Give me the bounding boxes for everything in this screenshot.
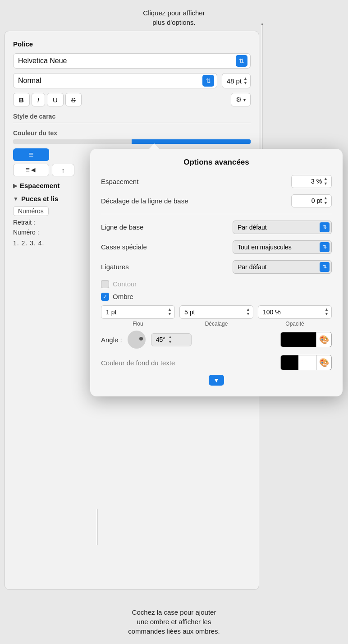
flou-label: Flou	[133, 321, 143, 327]
modal-decalage-row: Décalage de la ligne de base 0 pt ▲ ▼	[101, 194, 332, 207]
espacement-label: Espacement	[20, 182, 60, 189]
numeros-select[interactable]: Numéros	[13, 206, 49, 216]
decalage2-up-btn[interactable]: ▲	[246, 308, 250, 312]
espacement-chevron-icon: ▶	[13, 183, 17, 189]
modal-decalage-label: Décalage de la ligne de base	[101, 197, 188, 205]
style-label: Normal	[18, 77, 41, 85]
casse-value-text: Tout en majuscules	[238, 244, 292, 251]
casse-arrow-icon: ⇅	[320, 242, 330, 252]
opacite-value-box[interactable]: 100 % ▲ ▼	[258, 305, 332, 319]
align-up-btn[interactable]: ↑	[52, 164, 74, 176]
shadow-color-swatch: 🎨	[280, 332, 332, 347]
opacite-value-text: 100 %	[263, 308, 281, 316]
modal-casse-select[interactable]: Tout en majuscules ⇅	[233, 240, 332, 254]
char-style-label: Style de carac	[13, 113, 251, 120]
modal-casse-row: Casse spéciale Tout en majuscules ⇅	[101, 240, 332, 254]
scroll-down-button[interactable]: ▼	[209, 375, 224, 386]
decalage-down-btn[interactable]: ▼	[324, 201, 328, 206]
color-wheel-button[interactable]: 🎨	[316, 332, 332, 347]
modal-ligatures-label: Ligatures	[101, 263, 129, 271]
modal-ligne-label: Ligne de base	[101, 223, 143, 231]
decalage2-value-box[interactable]: 5 pt ▲ ▼	[179, 305, 253, 319]
decalage2-value-text: 5 pt	[184, 308, 195, 316]
flou-up-btn[interactable]: ▲	[168, 308, 172, 312]
callout-bottom: Cochez la case pour ajouter une ombre et…	[0, 599, 348, 644]
flou-cell: 1 pt ▲ ▼ Flou	[101, 305, 175, 327]
strikethrough-button[interactable]: S	[65, 93, 82, 106]
modal-ligne-row: Ligne de base Par défaut ⇅	[101, 221, 332, 234]
decalage2-label: Décalage	[205, 321, 228, 327]
bg-color-swatch[interactable]	[280, 355, 316, 370]
font-stepper-btn[interactable]: ⇅	[236, 55, 247, 67]
bold-button[interactable]: B	[13, 93, 30, 106]
bg-color-row: Couleur de fond du texte 🎨	[101, 355, 332, 370]
angle-value-box[interactable]: 45° ▲ ▼	[151, 333, 192, 346]
ligne-value-text: Par défaut	[238, 224, 267, 231]
ombre-label: Ombre	[113, 293, 133, 300]
modal-title: Options avancées	[101, 158, 332, 167]
puces-label: Puces et lis	[21, 195, 59, 202]
char-style-divider	[13, 123, 251, 123]
bg-color-swatch-group: 🎨	[280, 355, 332, 370]
contour-checkbox[interactable]	[101, 280, 109, 288]
opacite-cell: 100 % ▲ ▼ Opacité	[258, 305, 332, 327]
callout-line-top	[262, 23, 262, 150]
decalage-up-btn[interactable]: ▲	[324, 196, 328, 201]
modal-ligatures-row: Ligatures Par défaut ⇅	[101, 260, 332, 274]
bg-color-label: Couleur de fond du texte	[101, 359, 175, 367]
align-active-btn[interactable]: ≡	[13, 148, 49, 161]
modal-ligatures-select[interactable]: Par défaut ⇅	[233, 260, 332, 274]
modal-popup: Options avancées Espacement 3 % ▲ ▼ Déca…	[90, 149, 343, 396]
retrait-label: Retrait :	[13, 219, 35, 226]
angle-down-btn[interactable]: ▼	[168, 340, 172, 345]
callout-line-bottom	[97, 509, 97, 545]
font-selector[interactable]: Helvetica Neue ⇅	[13, 53, 251, 69]
italic-button[interactable]: I	[32, 93, 45, 106]
ligatures-arrow-icon: ⇅	[320, 262, 330, 272]
flou-value-text: 1 pt	[106, 308, 116, 316]
modal-divider-1	[101, 214, 332, 214]
angle-up-btn[interactable]: ▲	[168, 335, 172, 340]
numero-label: Numéro :	[13, 229, 39, 236]
espacement-up-btn[interactable]: ▲	[324, 177, 328, 181]
contour-label: Contour	[113, 280, 137, 288]
modal-ligne-select[interactable]: Par défaut ⇅	[233, 221, 332, 234]
ligatures-value-text: Par défaut	[238, 263, 267, 271]
modal-espacement-value[interactable]: 3 % ▲ ▼	[291, 175, 332, 188]
angle-value-text: 45°	[156, 336, 165, 343]
espacement-value-text: 3 %	[311, 178, 322, 185]
bg-color-wheel-button[interactable]: 🎨	[316, 355, 332, 370]
style-size-row: Normal ⇅ 48 pt ▲ ▼	[13, 73, 251, 88]
ombre-row: ✓ Ombre	[101, 293, 332, 301]
font-name-label: Helvetica Neue	[18, 57, 67, 65]
shadow-controls: 1 pt ▲ ▼ Flou 5 pt ▲ ▼ Décalage 100 %	[101, 305, 332, 327]
angle-label: Angle :	[101, 336, 122, 344]
angle-dial[interactable]	[128, 331, 146, 349]
shadow-black-swatch[interactable]	[280, 332, 316, 347]
size-down-btn[interactable]: ▼	[243, 81, 247, 85]
gear-icon: ⚙	[236, 96, 242, 104]
decalage2-down-btn[interactable]: ▼	[246, 312, 250, 317]
decalage2-cell: 5 pt ▲ ▼ Décalage	[179, 305, 253, 327]
opacite-down-btn[interactable]: ▼	[325, 312, 329, 317]
size-box[interactable]: 48 pt ▲ ▼	[222, 73, 251, 88]
ombre-checkbox[interactable]: ✓	[101, 293, 109, 301]
size-up-btn[interactable]: ▲	[243, 77, 247, 81]
style-stepper-btn[interactable]: ⇅	[202, 75, 214, 87]
style-select[interactable]: Normal ⇅	[13, 73, 217, 88]
decalage-value-text: 0 pt	[311, 197, 322, 204]
gear-button[interactable]: ⚙ ▾	[231, 93, 251, 106]
espacement-down-btn[interactable]: ▼	[324, 182, 328, 186]
format-toolbar: B I U S ⚙ ▾	[13, 93, 251, 106]
gear-chevron-icon: ▾	[243, 97, 246, 102]
flou-down-btn[interactable]: ▼	[168, 312, 172, 317]
modal-bottom-bar: ▼	[101, 375, 332, 386]
modal-decalage-value[interactable]: 0 pt ▲ ▼	[291, 194, 332, 207]
align-plain-btn[interactable]: ≡◄	[13, 164, 49, 176]
opacite-up-btn[interactable]: ▲	[325, 308, 329, 312]
flou-value-box[interactable]: 1 pt ▲ ▼	[101, 305, 175, 319]
down-arrow-icon: ▼	[213, 377, 220, 384]
size-value: 48 pt	[227, 77, 242, 85]
underline-button[interactable]: U	[47, 93, 64, 106]
modal-espacement-row: Espacement 3 % ▲ ▼	[101, 175, 332, 188]
